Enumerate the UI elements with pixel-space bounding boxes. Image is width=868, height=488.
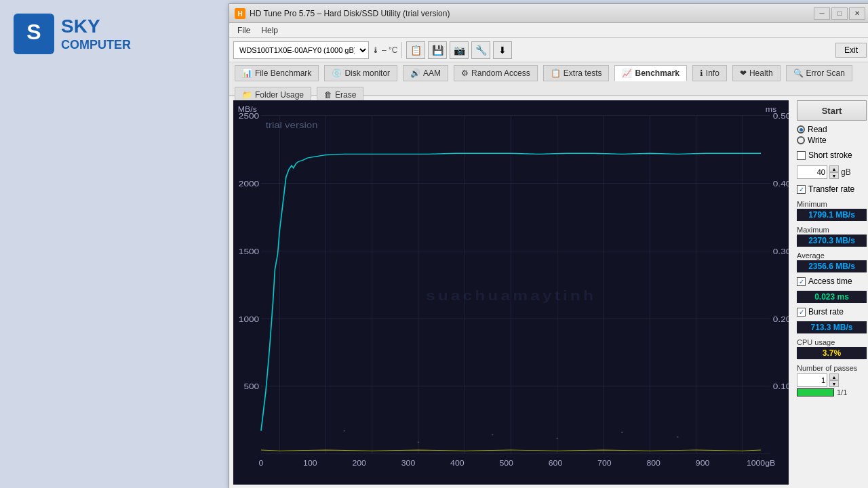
logo: S SKY COMPUTER: [14, 14, 131, 54]
toolbar: WDS100T1X0E-00AFY0 (1000 gB) 🌡 – °C 📋 💾 …: [229, 38, 868, 62]
error-scan-icon: 🔍: [793, 68, 804, 78]
cpu-usage-value: 3.7%: [797, 347, 867, 359]
svg-text:100: 100: [303, 460, 317, 467]
burst-rate-checkbox[interactable]: Burst rate: [797, 307, 867, 317]
right-panel: Start Read Write Short stroke ▲: [793, 96, 868, 488]
disk-select[interactable]: WDS100T1X0E-00AFY0 (1000 gB): [233, 41, 369, 59]
tab-health[interactable]: ❤ Health: [732, 65, 781, 81]
menu-bar: File Help: [229, 23, 868, 38]
minimize-button[interactable]: ─: [814, 7, 830, 20]
read-radio[interactable]: Read: [797, 125, 867, 134]
svg-text:0: 0: [259, 460, 264, 467]
toolbar-btn-5[interactable]: ⬇: [493, 41, 512, 59]
spin-up[interactable]: ▲: [829, 165, 839, 172]
burst-rate-section: 713.3 MB/s: [797, 321, 867, 333]
svg-text:600: 600: [549, 460, 562, 467]
svg-text:800: 800: [646, 460, 660, 467]
close-button[interactable]: ✕: [849, 7, 865, 20]
erase-icon: 🗑: [324, 90, 332, 100]
temperature-display: 🌡 – °C: [372, 45, 397, 55]
menu-file[interactable]: File: [232, 24, 256, 37]
passes-spin-down[interactable]: ▼: [829, 380, 839, 387]
extra-tests-icon: 📋: [551, 68, 561, 78]
tab-extra-tests[interactable]: 📋 Extra tests: [543, 65, 610, 81]
logo-icon: S: [14, 14, 54, 54]
burst-rate-value: 713.3 MB/s: [797, 321, 867, 333]
svg-text:MB/s: MB/s: [238, 106, 257, 113]
file-benchmark-icon: 📊: [242, 68, 252, 78]
access-time-checkbox[interactable]: Access time: [797, 277, 867, 286]
benchmark-icon: 📈: [622, 68, 632, 78]
content-area: 2500 2000 1500 1000 500 0.50 0.40 0.30 0…: [229, 96, 868, 488]
passes-spinner: ▲ ▼: [829, 373, 839, 387]
svg-text:0.40: 0.40: [773, 180, 789, 188]
start-button[interactable]: Start: [797, 100, 867, 121]
write-radio[interactable]: Write: [797, 136, 867, 145]
number-of-passes-section: Number of passes ▲ ▼ 1/1: [797, 362, 867, 396]
minimum-label: Minimum: [797, 200, 867, 208]
passes-input[interactable]: [797, 373, 827, 387]
logo-computer: COMPUTER: [61, 38, 131, 53]
toolbar-btn-1[interactable]: 📋: [406, 41, 425, 59]
tab-random-access[interactable]: ⚙ Random Access: [454, 65, 538, 81]
tab-aam-label: AAM: [423, 68, 441, 78]
tab-benchmark[interactable]: 📈 Benchmark: [614, 65, 686, 81]
svg-text:900: 900: [696, 460, 709, 467]
short-stroke-checkbox[interactable]: Short stroke: [797, 150, 867, 160]
transfer-rate-checkbox[interactable]: Transfer rate: [797, 184, 867, 194]
nav-tabs: 📊 File Benchmark 💿 Disk monitor 🔊 AAM ⚙ …: [229, 62, 868, 96]
tab-file-benchmark[interactable]: 📊 File Benchmark: [235, 65, 319, 81]
svg-point-39: [677, 436, 679, 438]
svg-text:ms: ms: [766, 106, 777, 113]
svg-text:700: 700: [597, 460, 611, 467]
svg-text:H: H: [237, 10, 242, 18]
gb-input[interactable]: [797, 165, 827, 179]
benchmark-chart: 2500 2000 1500 1000 500 0.50 0.40 0.30 0…: [233, 100, 789, 485]
tab-health-label: Health: [749, 68, 773, 78]
svg-text:trial version: trial version: [266, 121, 318, 130]
thermometer-icon: 🌡: [372, 45, 380, 55]
access-time-value: 0.023 ms: [797, 291, 867, 303]
health-icon: ❤: [740, 68, 747, 78]
cpu-usage-label: CPU usage: [797, 338, 867, 346]
passes-spin-up[interactable]: ▲: [829, 373, 839, 380]
menu-help[interactable]: Help: [256, 24, 283, 37]
svg-point-36: [492, 434, 494, 435]
svg-point-35: [418, 441, 420, 443]
gb-input-row: ▲ ▼ gB: [797, 165, 867, 179]
svg-text:400: 400: [450, 460, 464, 467]
tab-error-scan[interactable]: 🔍 Error Scan: [786, 65, 852, 81]
exit-button[interactable]: Exit: [835, 43, 867, 58]
progress-row: 1/1: [797, 388, 867, 396]
svg-point-38: [621, 432, 623, 433]
write-radio-dot: [797, 136, 805, 144]
transfer-rate-label: Transfer rate: [808, 184, 854, 194]
transfer-rate-check: [797, 185, 806, 194]
svg-point-37: [556, 438, 558, 439]
maximize-button[interactable]: □: [831, 7, 848, 20]
number-of-passes-label: Number of passes: [797, 364, 867, 372]
spin-down[interactable]: ▼: [829, 172, 839, 179]
burst-rate-label: Burst rate: [808, 307, 844, 317]
tab-disk-monitor[interactable]: 💿 Disk monitor: [324, 65, 397, 81]
toolbar-btn-2[interactable]: 💾: [428, 41, 447, 59]
tab-error-scan-label: Error Scan: [806, 68, 845, 78]
toolbar-btn-3[interactable]: 📷: [450, 41, 469, 59]
maximum-section: Maximum 2370.3 MB/s: [797, 224, 867, 247]
svg-text:2000: 2000: [239, 180, 259, 188]
access-time-check: [797, 277, 806, 286]
title-bar: H HD Tune Pro 5.75 – Hard Disk/SSD Utili…: [229, 4, 868, 23]
tab-aam[interactable]: 🔊 AAM: [403, 65, 448, 81]
maximum-value: 2370.3 MB/s: [797, 235, 867, 247]
temperature-value: – °C: [382, 45, 397, 55]
toolbar-btn-4[interactable]: 🔧: [471, 41, 490, 59]
short-stroke-check: [797, 151, 806, 160]
average-value: 2356.6 MB/s: [797, 260, 867, 272]
tab-info[interactable]: ℹ Info: [692, 65, 727, 81]
average-label: Average: [797, 251, 867, 260]
title-controls: ─ □ ✕: [814, 7, 865, 20]
window-title: HD Tune Pro 5.75 – Hard Disk/SSD Utility…: [250, 9, 814, 18]
average-section: Average 2356.6 MB/s: [797, 249, 867, 272]
read-write-group: Read Write: [797, 125, 867, 145]
tab-erase-label: Erase: [335, 90, 356, 100]
